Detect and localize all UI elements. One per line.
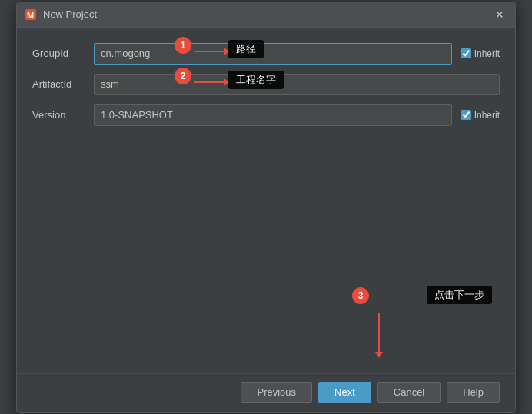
next-button[interactable]: Next xyxy=(318,382,371,403)
version-inherit: Inherit xyxy=(461,110,500,121)
badge-2: 2 xyxy=(175,68,191,84)
artifactid-label: ArtifactId xyxy=(32,78,94,90)
help-button[interactable]: Help xyxy=(447,382,500,403)
cancel-button[interactable]: Cancel xyxy=(377,382,441,403)
form-content: GroupId Inherit 1 路径 ArtifactId xyxy=(17,28,515,373)
svg-text:M: M xyxy=(27,11,34,20)
title-left: M New Project xyxy=(25,8,97,21)
dialog-footer: Previous Next Cancel Help xyxy=(17,373,515,412)
close-button[interactable]: ✕ xyxy=(492,7,507,22)
version-inherit-checkbox[interactable] xyxy=(461,110,471,120)
main-area: 3 点击下一步 xyxy=(32,135,500,366)
groupid-label: GroupId xyxy=(32,48,94,59)
groupid-inherit-label: Inherit xyxy=(474,48,500,59)
groupid-inherit: Inherit xyxy=(461,48,500,59)
groupid-row: GroupId Inherit 1 路径 xyxy=(32,43,500,65)
arrow-1 xyxy=(194,48,230,55)
title-bar: M New Project ✕ xyxy=(17,2,515,28)
badge-3: 3 xyxy=(352,287,369,304)
version-label: Version xyxy=(32,109,94,121)
version-row: Version Inherit xyxy=(32,104,500,126)
app-icon: M xyxy=(25,8,37,21)
tooltip-3: 点击下一步 xyxy=(427,286,492,304)
arrow-3 xyxy=(375,313,383,358)
version-inherit-label: Inherit xyxy=(474,110,500,121)
tooltip-1: 路径 xyxy=(228,40,264,58)
tooltip-2: 工程名字 xyxy=(228,71,284,89)
groupid-inherit-checkbox[interactable] xyxy=(461,48,471,58)
version-input[interactable] xyxy=(94,104,452,126)
artifactid-input[interactable] xyxy=(94,74,500,95)
new-project-dialog: M New Project ✕ GroupId Inherit 1 xyxy=(16,2,516,413)
previous-button[interactable]: Previous xyxy=(241,382,312,403)
artifactid-row: ArtifactId 2 工程名字 xyxy=(32,74,500,95)
dialog-title: New Project xyxy=(43,8,97,20)
groupid-input[interactable] xyxy=(94,43,452,65)
badge-1: 1 xyxy=(175,37,191,54)
arrow-2 xyxy=(194,78,230,86)
